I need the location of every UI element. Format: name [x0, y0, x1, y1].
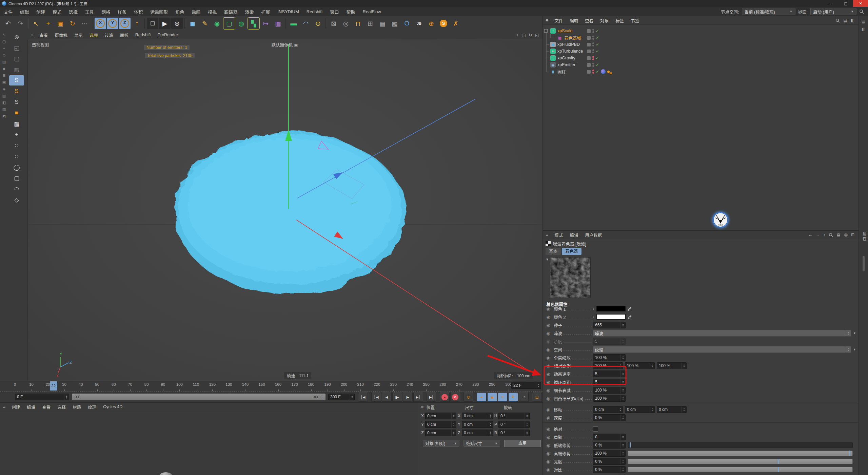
close-button[interactable]: ✕	[853, 0, 868, 7]
spinner-arrows-icon[interactable]: ▲▼	[618, 406, 623, 413]
visibility-dots[interactable]	[592, 36, 594, 40]
dots-grid-a-icon[interactable]: ∷	[9, 140, 24, 151]
render-settings-icon[interactable]: ⊛	[171, 18, 183, 29]
param-enable-icon[interactable]: ◉	[546, 347, 552, 352]
menu-tracker[interactable]: 跟踪器	[220, 8, 241, 15]
snap-s3-icon[interactable]: S	[9, 97, 24, 107]
expand-collapse-icon[interactable]: –	[544, 29, 548, 33]
param-enable-icon[interactable]: ◉	[546, 372, 552, 377]
param-noise-type[interactable]: ◉噪波噪波▲▼▼	[543, 329, 859, 337]
axe-tool-icon[interactable]: ✗	[450, 18, 461, 29]
material-menu-cycles-4d[interactable]: Cycles 4D	[100, 404, 126, 409]
om-menu-view[interactable]: 查看	[581, 17, 597, 24]
auto-keying-button[interactable]: ↺	[450, 393, 460, 402]
spinner-arrows-icon[interactable]: ▲▼	[525, 413, 529, 419]
param-animation-speed-field[interactable]: 5▲▼	[593, 370, 626, 377]
size-y-field[interactable]: 0 cm▲▼	[462, 421, 493, 428]
play-button[interactable]: ▶	[392, 393, 402, 402]
param-enable-icon[interactable]: ◉	[546, 331, 552, 336]
checker-texture-icon[interactable]: ▩	[9, 119, 24, 129]
spinner-arrows-icon[interactable]: ▲▼	[488, 413, 493, 419]
param-detail-attenuation-field[interactable]: 100 %▲▼	[593, 387, 626, 394]
render-view-icon[interactable]: □	[147, 18, 158, 29]
param-speed[interactable]: ◉速度0 %▲▼	[543, 414, 859, 422]
diamond-tool-icon[interactable]: ◇	[0, 52, 8, 58]
param-as-environment[interactable]: ◉作为环境	[543, 474, 859, 475]
param-cycle[interactable]: ◉周期0▲▼	[543, 433, 859, 441]
material-menu-edit[interactable]: 编辑	[23, 404, 39, 410]
attributes-dock-tab[interactable]: 属性	[862, 232, 867, 241]
menu-help[interactable]: 帮助	[343, 8, 359, 15]
material-menu-select[interactable]: 选择	[54, 404, 69, 410]
globe-badge-icon[interactable]: ⊕	[426, 18, 437, 29]
visibility-dot-icon[interactable]	[592, 31, 594, 33]
next-frame-button[interactable]: ▶	[403, 393, 413, 402]
fields-icon[interactable]: ↦	[260, 18, 272, 29]
focus-icon[interactable]: ◎	[844, 232, 847, 237]
am-menu-user-data[interactable]: 用户数据	[581, 232, 605, 238]
enabled-check-icon[interactable]: ✓	[596, 69, 599, 74]
viewport-menu-prorender[interactable]: ProRender	[154, 33, 181, 37]
tab-shader[interactable]: 着色器	[562, 248, 581, 255]
spinner-arrows-icon[interactable]: ▲▼	[620, 442, 625, 448]
object-name[interactable]: 着色器域	[564, 35, 581, 41]
attribute-menu-icon[interactable]: ≡	[543, 232, 551, 238]
visibility-dots[interactable]	[592, 49, 594, 53]
half-square-icon[interactable]: ◧	[0, 99, 8, 106]
param-enable-icon[interactable]: ◉	[546, 451, 552, 456]
noise-preview-thumbnail[interactable]	[550, 258, 590, 298]
param-relative-scale[interactable]: ◉相对比例100 %▲▼100 %▲▼100 %▲▼	[543, 362, 859, 370]
visibility-dot-icon[interactable]	[592, 52, 594, 53]
size-z-field[interactable]: 0 cm▲▼	[462, 430, 493, 436]
new-panel-icon[interactable]: ⊞	[851, 232, 854, 237]
visibility-dot-icon[interactable]	[592, 56, 594, 58]
spinner-arrows-icon[interactable]: ▲▼	[525, 430, 529, 436]
layer-toggle-icon[interactable]	[587, 63, 591, 67]
spinner-arrows-icon[interactable]: ▲▼	[620, 338, 625, 344]
spinner-arrows-icon[interactable]: ▲▼	[846, 330, 851, 336]
object-name[interactable]: xpGravity	[557, 56, 575, 60]
position-x-field[interactable]: 0 cm▲▼	[425, 413, 456, 419]
param-absolute-checkbox[interactable]	[593, 426, 598, 432]
grid-tool-icon[interactable]: ⊞	[0, 72, 8, 79]
axis-tool-icon[interactable]: +	[9, 130, 24, 140]
tab-basic[interactable]: 基本	[546, 248, 561, 255]
param-color-2[interactable]: ◉颜色 2›	[543, 313, 859, 321]
lock-x-axis-icon[interactable]: X	[95, 18, 106, 29]
eyedropper-icon[interactable]	[628, 315, 632, 319]
spinner-arrows-icon[interactable]: ▲▼	[620, 434, 625, 440]
floor-icon[interactable]: ▬	[288, 18, 299, 29]
dock-panel-icon[interactable]: ◧	[861, 26, 866, 32]
dock-layers-icon[interactable]: ▤	[861, 19, 866, 24]
menu-extensions[interactable]: 扩展	[257, 8, 274, 15]
viewport-canvas[interactable]: Y Z X 透视视图 默认摄像机 ▣˙ Number of emitters: …	[28, 39, 542, 381]
slider-handle[interactable]	[849, 451, 850, 456]
rotation-x-field[interactable]: 0 °▲▼	[498, 413, 530, 419]
visibility-dot-icon[interactable]	[592, 36, 594, 37]
am-menu-edit[interactable]: 编辑	[566, 232, 581, 238]
param-enable-icon[interactable]: ◉	[546, 435, 552, 440]
spinner-arrows-icon[interactable]: ▲▼	[350, 394, 354, 400]
spinner-arrows-icon[interactable]: ▲▼	[451, 413, 456, 419]
am-menu-mode[interactable]: 模式	[551, 232, 566, 238]
goto-end-button[interactable]: ▶│	[427, 393, 436, 402]
visibility-dot-icon[interactable]	[592, 49, 594, 51]
timeline-ruler[interactable]: 0102030405060708090100110120130140150160…	[0, 381, 542, 392]
param-enable-icon[interactable]: ◉	[546, 426, 552, 432]
enabled-check-icon[interactable]: ✓	[596, 49, 599, 54]
volume-builder-icon[interactable]: ▥	[272, 18, 284, 29]
param-enable-icon[interactable]: ◉	[546, 363, 552, 368]
rect-select-icon[interactable]: ▢	[9, 173, 24, 183]
rows-tool-icon[interactable]: ▤	[0, 58, 8, 65]
param-color-1[interactable]: ◉颜色 1›	[543, 305, 859, 313]
layer-toggle-icon[interactable]	[587, 29, 591, 33]
spinner-arrows-icon[interactable]: ▲▼	[620, 467, 625, 473]
add-primitive-icon[interactable]: ◼	[187, 18, 198, 29]
layer-toggle-icon[interactable]	[587, 70, 591, 74]
spline-pen-icon[interactable]: ✎	[199, 18, 211, 29]
spinner-arrows-icon[interactable]: ▲▼	[488, 430, 493, 436]
visibility-dot-icon[interactable]	[592, 42, 594, 44]
menu-create[interactable]: 创建	[33, 8, 49, 15]
slider-handle[interactable]	[630, 442, 631, 448]
spinner-arrows-icon[interactable]: ▲▼	[682, 406, 686, 413]
